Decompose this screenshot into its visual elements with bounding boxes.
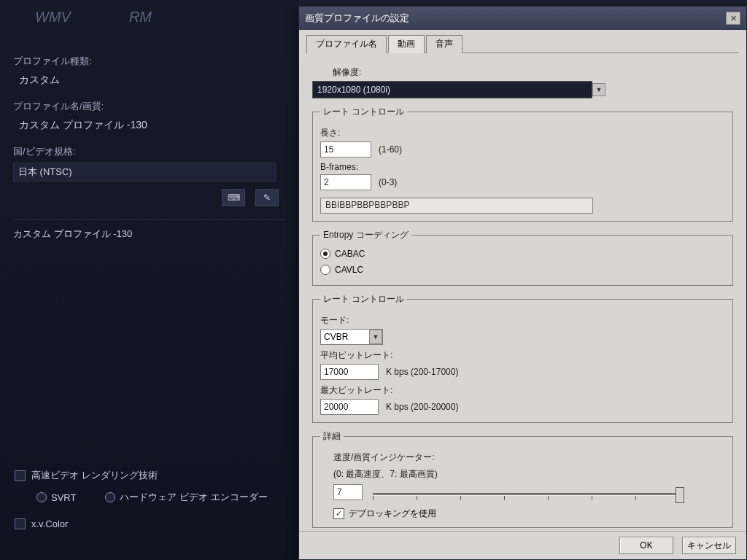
- avg-bitrate-input[interactable]: [320, 364, 379, 380]
- radio-icon: [36, 492, 47, 502]
- indicator-input[interactable]: [333, 484, 363, 500]
- format-tab-rm[interactable]: RM: [129, 9, 152, 26]
- avg-bitrate-label: 平均ビットレート:: [320, 349, 725, 362]
- deblocking-checkbox[interactable]: ✓ デブロッキングを使用: [333, 508, 725, 520]
- checkbox-icon: ✓: [333, 508, 344, 519]
- label-profile-type: プロファイル種類:: [13, 55, 286, 68]
- cabac-radio[interactable]: CABAC: [320, 249, 725, 259]
- resolution-select[interactable]: 1920x1080 (1080i): [312, 81, 592, 98]
- gop-legend: レート コントロール: [320, 106, 407, 118]
- dialog-title: 画質プロファイルの設定: [305, 12, 409, 25]
- quality-profile-dialog: 画質プロファイルの設定 ✕ プロファイル名 動画 音声 解像度: 1920x10…: [298, 6, 747, 560]
- indicator-label: 速度/画質インジケーター:: [333, 451, 725, 464]
- entropy-group: Entropy コーディング CABAC CAVLC: [312, 229, 733, 286]
- radio-icon: [105, 492, 115, 502]
- cavlc-radio[interactable]: CAVLC: [320, 265, 725, 275]
- advanced-group: 詳細 速度/画質インジケーター: (0: 最高速度、7: 最高画質): [312, 430, 733, 528]
- dialog-footer: OK キャンセル: [299, 531, 746, 559]
- xvcolor-checkbox[interactable]: x.v.Color: [15, 518, 285, 529]
- tab-video[interactable]: 動画: [388, 35, 425, 53]
- keyboard-icon[interactable]: ⌨: [222, 189, 245, 206]
- label-profile-name: プロファイル名/画質:: [13, 100, 286, 113]
- fast-render-label: 高速ビデオ レンダリング技術: [31, 469, 158, 482]
- close-icon[interactable]: ✕: [726, 12, 740, 25]
- profile-list[interactable]: カスタム プロファイル -130: [13, 219, 286, 432]
- tab-audio[interactable]: 音声: [426, 35, 462, 53]
- cavlc-label: CAVLC: [335, 265, 363, 275]
- gop-pattern-display: BBIBBPBBPBBPBBP: [320, 198, 593, 214]
- checkbox-icon: [15, 518, 26, 529]
- tab-profile-name[interactable]: プロファイル名: [306, 35, 387, 53]
- bframes-hint: (0-3): [379, 177, 397, 187]
- length-label: 長さ:: [320, 127, 725, 139]
- svrt-label: SVRT: [51, 492, 76, 503]
- edit-icon[interactable]: ✎: [255, 189, 279, 206]
- list-item[interactable]: カスタム プロファイル -130: [13, 228, 286, 241]
- resolution-value: 1920x1080 (1080i): [317, 85, 390, 95]
- checkbox-icon: [15, 470, 26, 481]
- bframes-input[interactable]: [320, 174, 371, 190]
- max-bitrate-label: 最大ビットレート:: [320, 384, 725, 397]
- length-input[interactable]: [320, 141, 371, 158]
- length-hint: (1-60): [379, 144, 402, 155]
- mode-value: CVBR: [324, 332, 348, 342]
- ok-button[interactable]: OK: [619, 537, 673, 554]
- country-select[interactable]: 日本 (NTSC): [13, 163, 276, 182]
- rate-legend: レート コントロール: [320, 293, 407, 306]
- avg-bitrate-hint: K bps (200-17000): [386, 367, 458, 377]
- label-country: 国/ビデオ規格:: [13, 145, 286, 158]
- chevron-down-icon[interactable]: ▼: [592, 83, 605, 96]
- gop-group: レート コントロール 長さ: (1-60) B-frames: (0-3) BB…: [312, 106, 733, 222]
- entropy-legend: Entropy コーディング: [320, 229, 411, 241]
- svrt-radio[interactable]: SVRT: [36, 491, 76, 504]
- quality-slider[interactable]: [373, 486, 679, 502]
- radio-icon: [320, 249, 330, 259]
- titlebar[interactable]: 画質プロファイルの設定 ✕: [299, 7, 746, 30]
- max-bitrate-hint: K bps (200-20000): [386, 402, 458, 412]
- format-tab-wmv[interactable]: WMV: [35, 9, 71, 26]
- fast-render-checkbox[interactable]: 高速ビデオ レンダリング技術: [15, 469, 285, 482]
- tabs: プロファイル名 動画 音声: [306, 34, 739, 53]
- cancel-button[interactable]: キャンセル: [682, 537, 736, 554]
- resolution-label: 解像度:: [333, 66, 733, 79]
- hw-encoder-label: ハードウェア ビデオ エンコーダー: [120, 491, 267, 504]
- radio-icon: [320, 265, 330, 275]
- cabac-label: CABAC: [335, 249, 365, 259]
- mode-label: モード:: [320, 314, 725, 327]
- max-bitrate-input[interactable]: [320, 399, 379, 415]
- chevron-down-icon[interactable]: ▼: [369, 330, 382, 344]
- advanced-legend: 詳細: [320, 430, 344, 443]
- value-profile-type: カスタム: [13, 74, 286, 87]
- mode-select[interactable]: CVBR ▼: [320, 329, 383, 345]
- bframes-label: B-frames:: [320, 162, 725, 172]
- value-profile-name: カスタム プロファイル -130: [13, 119, 286, 132]
- deblocking-label: デブロッキングを使用: [349, 508, 436, 520]
- left-panel: WMV RM プロファイル種類: カスタム プロファイル名/画質: カスタム プ…: [0, 0, 299, 560]
- hw-encoder-radio[interactable]: ハードウェア ビデオ エンコーダー: [105, 491, 267, 504]
- rate-control-group: レート コントロール モード: CVBR ▼ 平均ビットレート: K bps (…: [312, 293, 733, 423]
- indicator-hint: (0: 最高速度、7: 最高画質): [333, 468, 725, 481]
- xvcolor-label: x.v.Color: [31, 518, 68, 529]
- slider-thumb-icon[interactable]: [676, 487, 684, 503]
